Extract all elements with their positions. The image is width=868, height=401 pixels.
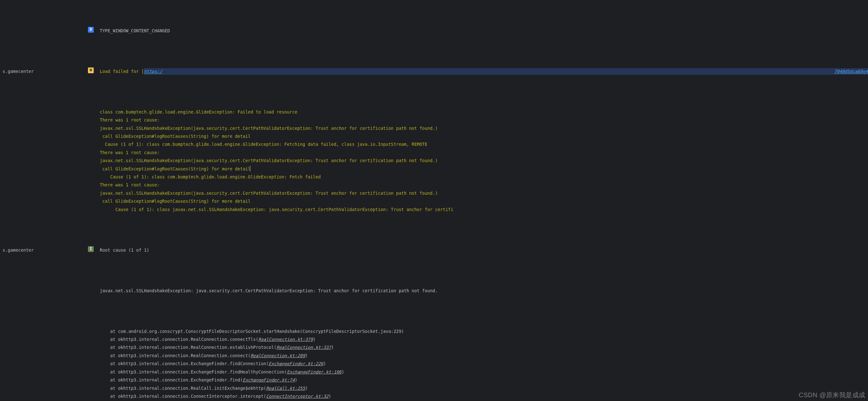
csdn-watermark: CSDN @原来我是成成 [799,391,865,399]
stack-frame-text: at okhttp3.internal.connection.ConnectIn… [100,394,266,399]
text-caret [250,166,250,172]
stack-frame: at okhttp3.internal.connection.RealConne… [95,335,868,343]
log-row[interactable]: Cause (1 of 1): class com.bumptech.glide… [0,173,868,181]
log-message: There was 1 root cause: [95,149,868,157]
log-message: call GlideException#logRootCauses(String… [95,132,868,141]
log-row[interactable]: There was 1 root cause: [0,149,868,157]
log-tag: s.gamecenter [0,67,86,75]
stack-frame: at okhttp3.internal.connection.ExchangeF… [95,360,868,368]
log-message: Cause (1 of 1): class com.bumptech.glide… [95,141,868,148]
source-file-link[interactable]: ConnectInterceptor.kt:32 [266,394,329,399]
stack-frame-text: at okhttp3.internal.connection.RealConne… [100,353,250,358]
log-message: javax.net.ssl.SSLHandshakeException(java… [95,124,868,132]
log-message: call GlideException#logRootCauses(String… [95,165,868,173]
log-message: Root cause (1 of 1) [95,246,868,254]
source-file-link[interactable]: RealConnection.kt:337 [277,345,331,350]
stack-frame-text: at okhttp3.internal.connection.ExchangeF… [100,369,287,374]
log-level-col: I [86,246,95,252]
log-message: TYPE_WINDOW_CONTENT_CHANGED [95,27,868,35]
source-file-link[interactable]: RealConnection.kt:209 [250,353,305,358]
stack-frame-suffix: ) [305,353,308,358]
stack-frame-row[interactable]: at com.android.org.conscrypt.ConscryptFi… [0,328,868,335]
log-message: call GlideException#logRootCauses(String… [95,197,868,205]
stack-frame: at okhttp3.internal.connection.ExchangeF… [95,376,868,384]
stack-frame: at okhttp3.internal.connection.RealCall.… [95,384,868,392]
stack-frame: at okhttp3.internal.connection.ConnectIn… [95,392,868,400]
stack-frame-suffix: ) [342,369,344,374]
log-row[interactable]: call GlideException#logRootCauses(String… [0,165,868,173]
log-row[interactable]: D TYPE_WINDOW_CONTENT_CHANGED [0,27,868,35]
log-row[interactable]: s.gamecenter I Root cause (1 of 1) [0,246,868,254]
log-message: Cause (1 of 1): class com.bumptech.glide… [95,173,868,181]
log-message: There was 1 root cause: [95,181,868,189]
log-level-col: W [86,67,95,73]
log-row[interactable]: There was 1 root cause: [0,116,868,124]
log-message: class com.bumptech.glide.load.engine.Gli… [95,108,868,116]
stack-frame-row[interactable]: at okhttp3.internal.connection.RealConne… [0,343,868,351]
stack-frame-suffix: ) [323,361,326,366]
stack-frame-text: at com.android.org.conscrypt.ConscryptFi… [100,329,404,334]
log-level-col: D [86,27,95,33]
log-message: javax.net.ssl.SSLHandshakeException(java… [95,189,868,197]
stack-frame-text: at okhttp3.internal.connection.RealConne… [100,345,277,350]
hash-link[interactable]: 7040d5dca68e4 [834,67,868,75]
level-badge-warn: W [88,67,94,73]
stack-header: javax.net.ssl.SSLHandshakeException: jav… [95,287,868,295]
logcat-viewport[interactable]: D TYPE_WINDOW_CONTENT_CHANGED s.gamecent… [0,0,868,401]
stack-frame-row[interactable]: at okhttp3.internal.connection.ExchangeF… [0,360,868,368]
source-file-link[interactable]: ExchangeFinder.kt:74 [243,377,295,382]
stack-frame-text: at okhttp3.internal.connection.RealCall.… [100,385,266,391]
stack-frame-suffix: ) [331,345,334,350]
log-row[interactable]: javax.net.ssl.SSLHandshakeException(java… [0,124,868,132]
stack-frame-suffix: ) [295,377,298,382]
stack-frame: at com.android.org.conscrypt.ConscryptFi… [95,328,868,335]
log-row[interactable]: javax.net.ssl.SSLHandshakeException(java… [0,189,868,197]
log-row[interactable]: call GlideException#logRootCauses(String… [0,197,868,205]
stack-frame-row[interactable]: at okhttp3.internal.connection.ExchangeF… [0,376,868,384]
source-file-link[interactable]: RealCall.kt:255 [266,385,305,391]
stack-frame-text: at okhttp3.internal.connection.RealConne… [100,337,258,342]
stack-frame-suffix: ) [329,394,331,399]
level-badge-debug: D [88,27,94,33]
log-row[interactable]: javax.net.ssl.SSLHandshakeException: jav… [0,287,868,295]
warn-prefix: Load failed for [ [100,67,144,75]
url-link[interactable]: https:/ [144,67,162,75]
log-row[interactable]: There was 1 root cause: [0,181,868,189]
stack-frame-text: at okhttp3.internal.connection.ExchangeF… [100,377,243,382]
log-row[interactable]: javax.net.ssl.SSLHandshakeException(java… [0,157,868,165]
stack-frame: at okhttp3.internal.connection.RealConne… [95,352,868,360]
source-file-link[interactable]: RealConnection.kt:379 [258,337,313,342]
stack-frame-text: at okhttp3.internal.connection.ExchangeF… [100,361,269,366]
stack-frame-suffix: ) [313,337,315,342]
stack-frame-row[interactable]: at okhttp3.internal.connection.RealConne… [0,335,868,343]
stack-frame-row[interactable]: at okhttp3.internal.connection.ConnectIn… [0,392,868,400]
source-file-link[interactable]: ExchangeFinder.kt:226 [269,361,323,366]
log-row[interactable]: class com.bumptech.glide.load.engine.Gli… [0,108,868,116]
log-row[interactable]: Cause (1 of 1): class javax.net.ssl.SSLH… [0,206,868,214]
log-message: Load failed for [ https:/ 7040d5dca68e4 [95,67,868,75]
log-tag: s.gamecenter [0,246,86,254]
log-row[interactable]: s.gamecenter W Load failed for [ https:/… [0,67,868,75]
log-row[interactable]: call GlideException#logRootCauses(String… [0,132,868,141]
log-row[interactable]: Cause (1 of 1): class com.bumptech.glide… [0,141,868,148]
log-message: There was 1 root cause: [95,116,868,124]
stack-frame-row[interactable]: at okhttp3.internal.connection.RealConne… [0,352,868,360]
log-message: Cause (1 of 1): class javax.net.ssl.SSLH… [95,206,868,214]
source-file-link[interactable]: ExchangeFinder.kt:106 [287,369,342,374]
stack-frame: at okhttp3.internal.connection.RealConne… [95,343,868,351]
log-message: javax.net.ssl.SSLHandshakeException(java… [95,157,868,165]
stack-frame-row[interactable]: at okhttp3.internal.connection.ExchangeF… [0,368,868,376]
level-badge-info: I [88,246,94,252]
stack-frame-suffix: ) [305,385,308,391]
stack-frame: at okhttp3.internal.connection.ExchangeF… [95,368,868,376]
stack-frame-row[interactable]: at okhttp3.internal.connection.RealCall.… [0,384,868,392]
